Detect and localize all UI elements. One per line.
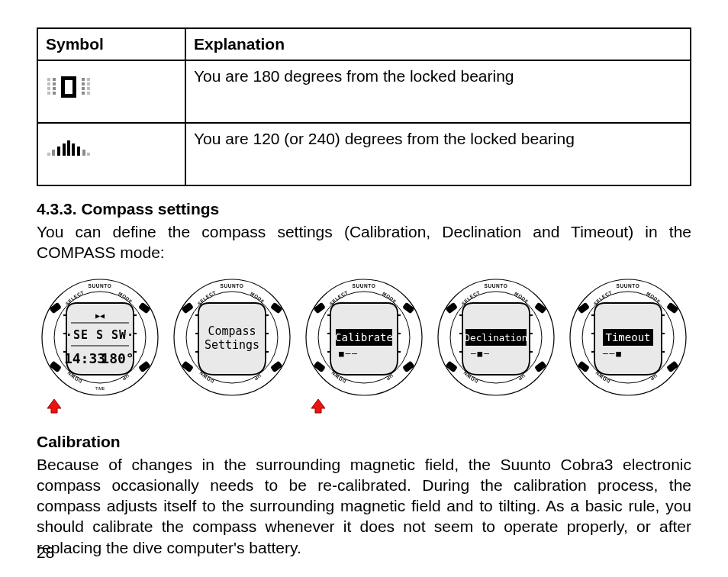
svg-rect-40: [67, 140, 70, 143]
svg-rect-11: [53, 92, 56, 95]
svg-rect-30: [77, 150, 80, 153]
svg-rect-24: [82, 150, 85, 153]
th-symbol: Symbol: [37, 28, 185, 60]
svg-rect-35: [63, 153, 66, 156]
svg-rect-41: [67, 143, 70, 147]
svg-text:Settings: Settings: [205, 338, 259, 352]
svg-rect-4: [87, 78, 90, 81]
svg-rect-33: [63, 147, 66, 150]
th-explanation: Explanation: [185, 28, 691, 60]
svg-text:SUUNTO: SUUNTO: [89, 283, 112, 288]
red-arrow-icon: [46, 398, 63, 414]
svg-text:SUUNTO: SUUNTO: [221, 283, 244, 288]
svg-rect-44: [67, 153, 70, 156]
symbol-120: [37, 123, 185, 185]
svg-rect-43: [67, 150, 70, 153]
svg-rect-21: [87, 153, 90, 156]
svg-rect-29: [77, 147, 80, 150]
red-arrow-icon: [310, 398, 327, 414]
calibration-text: Because of changes in the surrounding ma…: [37, 454, 691, 558]
svg-marker-69: [47, 399, 61, 413]
svg-rect-34: [63, 150, 66, 153]
svg-text:·SE S SW·: ·SE S SW·: [66, 328, 134, 342]
watch-5: SELECT MODE DOWN UP SUUNTO Timeout ──■: [565, 274, 691, 411]
svg-rect-39: [72, 153, 75, 156]
svg-rect-8: [53, 78, 56, 81]
explanation-180: You are 180 degrees from the locked bear…: [185, 60, 691, 123]
svg-rect-32: [63, 143, 66, 147]
watch-1: SELECT MODE DOWN UP SUUNTO TIME ▶◀ ·SE S…: [37, 274, 163, 411]
watch-4: SELECT MODE DOWN UP SUUNTO Declination ─…: [433, 274, 559, 411]
svg-text:SUUNTO: SUUNTO: [485, 283, 508, 288]
svg-rect-22: [52, 150, 55, 153]
svg-rect-0: [47, 78, 50, 81]
svg-rect-26: [57, 147, 60, 150]
watch-3: SELECT MODE DOWN UP SUUNTO Calibrate ■──: [301, 274, 427, 411]
svg-text:■──: ■──: [339, 349, 359, 359]
svg-rect-13: [82, 82, 85, 85]
svg-rect-12: [82, 78, 85, 81]
svg-rect-37: [72, 147, 75, 150]
svg-text:Timeout: Timeout: [605, 331, 650, 343]
svg-text:──■: ──■: [602, 349, 623, 359]
svg-rect-25: [82, 153, 85, 156]
svg-rect-27: [57, 150, 60, 153]
svg-text:Compass: Compass: [208, 324, 256, 338]
svg-rect-1: [47, 82, 50, 85]
svg-text:14:33: 14:33: [64, 350, 105, 366]
svg-text:180°: 180°: [101, 350, 134, 366]
symbol-table: Symbol Explanation: [37, 27, 691, 186]
svg-rect-20: [47, 153, 50, 156]
svg-text:─■─: ─■─: [470, 349, 491, 359]
svg-text:TIME: TIME: [95, 386, 105, 391]
page-number: 28: [37, 543, 54, 562]
svg-rect-19: [72, 76, 76, 98]
section-433-intro: You can define the compass settings (Cal…: [37, 221, 691, 263]
svg-rect-7: [87, 92, 90, 95]
watch-row: SELECT MODE DOWN UP SUUNTO TIME ▶◀ ·SE S…: [37, 274, 691, 411]
svg-rect-14: [82, 87, 85, 90]
svg-text:Declination: Declination: [465, 332, 528, 343]
svg-rect-31: [77, 153, 80, 156]
svg-rect-10: [53, 87, 56, 90]
svg-text:SUUNTO: SUUNTO: [353, 283, 376, 288]
svg-rect-15: [82, 92, 85, 95]
svg-text:▶◀: ▶◀: [95, 311, 105, 320]
bearing-120-icon: [46, 136, 92, 159]
svg-rect-28: [57, 153, 60, 156]
svg-text:SUUNTO: SUUNTO: [617, 283, 640, 288]
section-433-title: 4.3.3. Compass settings: [37, 200, 691, 218]
svg-rect-5: [87, 82, 90, 85]
calibration-title: Calibration: [37, 433, 691, 451]
svg-rect-38: [72, 150, 75, 153]
svg-rect-6: [87, 87, 90, 90]
explanation-120: You are 120 (or 240) degrees from the lo…: [185, 123, 691, 185]
svg-rect-42: [67, 147, 70, 150]
svg-rect-3: [47, 92, 50, 95]
svg-rect-18: [61, 76, 65, 98]
svg-marker-109: [311, 399, 325, 413]
svg-rect-2: [47, 87, 50, 90]
symbol-180: [37, 60, 185, 123]
bearing-180-icon: [46, 73, 92, 101]
svg-rect-36: [72, 143, 75, 147]
svg-rect-23: [52, 153, 55, 156]
watch-2: SELECT MODE DOWN UP SUUNTO Compass Setti…: [169, 274, 295, 411]
svg-text:Calibrate: Calibrate: [335, 331, 393, 343]
svg-rect-9: [53, 82, 56, 85]
